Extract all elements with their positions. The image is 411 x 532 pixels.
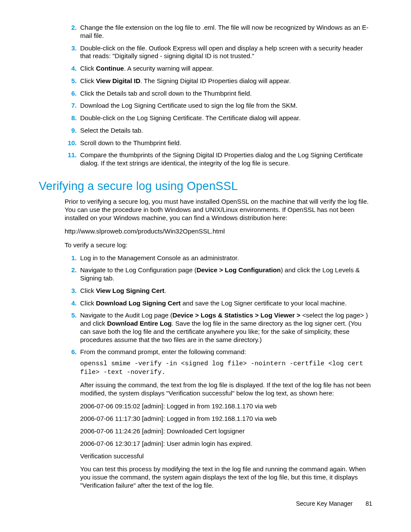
log-line: 2006-07-06 09:15:02 [admin]: Logged in f…: [80, 402, 372, 410]
step-text: Select the Details tab.: [80, 127, 143, 134]
list-item: 7.Download the Log Signing Certificate u…: [65, 102, 372, 110]
openssl-url: http://www.slproweb.com/products/Win32Op…: [65, 227, 372, 235]
step-number: 8.: [65, 114, 77, 122]
list-item: 11.Compare the thumbprints of the Signin…: [65, 151, 372, 168]
step-number: 2.: [65, 266, 77, 274]
step-number: 3.: [65, 44, 77, 53]
step-text: Navigate to the Audit Log page (Device >…: [80, 311, 368, 343]
to-verify-label: To verify a secure log:: [65, 241, 372, 249]
step-number: 1.: [65, 254, 77, 262]
log-line: 2006-07-06 12:30:17 [admin]: User admin …: [80, 439, 372, 448]
list-item: 3.Click View Log Signing Cert.: [65, 287, 372, 295]
list-item: 6.Click the Details tab and scroll down …: [65, 90, 372, 98]
list-item: 2.Change the file extension on the log f…: [65, 24, 372, 40]
step-text: Change the file extension on the log fil…: [80, 24, 368, 39]
step-number: 5.: [65, 311, 77, 320]
list-item: 9.Select the Details tab.: [65, 127, 372, 135]
page-footer: Secure Key Manager81: [296, 500, 372, 507]
step-number: 5.: [65, 77, 77, 85]
list-item: 8.Double-click on the Log Signing Certif…: [65, 114, 372, 122]
step-text: Click View Digital ID. The Signing Digit…: [80, 77, 291, 84]
list-item: 3.Double-click on the file. Outlook Expr…: [65, 44, 372, 61]
steps-list-b: 1.Log in to the Management Console as an…: [65, 254, 372, 489]
step-number: 2.: [65, 24, 77, 32]
step-text: From the command prompt, enter the follo…: [80, 348, 246, 355]
list-item: 6. From the command prompt, enter the fo…: [65, 348, 372, 489]
step-number: 9.: [65, 127, 77, 135]
log-line: Verification successful: [80, 452, 372, 460]
section-heading: Verifying a secure log using OpenSSL: [39, 180, 372, 193]
list-item: 1.Log in to the Management Console as an…: [65, 254, 372, 262]
step-text: Click Continue. A security warning will …: [80, 65, 214, 72]
list-item: 5.Navigate to the Audit Log page (Device…: [65, 311, 372, 344]
log-line: 2006-07-06 11:17:30 [admin]: Logged in f…: [80, 414, 372, 423]
step-number: 4.: [65, 299, 77, 308]
step-number: 6.: [65, 348, 77, 356]
list-item: 10.Scroll down to the Thumbprint field.: [65, 139, 372, 147]
step-text: Double-click on the file. Outlook Expres…: [80, 44, 363, 60]
step-number: 11.: [61, 151, 77, 159]
list-item: 2.Navigate to the Log Configuration page…: [65, 266, 372, 283]
step-number: 10.: [61, 139, 77, 147]
step-text: Navigate to the Log Configuration page (…: [80, 266, 360, 282]
footer-label: Secure Key Manager: [296, 500, 353, 507]
footer-page-number: 81: [365, 500, 372, 507]
steps-list-a: 2.Change the file extension on the log f…: [65, 24, 372, 168]
step-text: Click Download Log Signing Cert and save…: [80, 299, 347, 307]
step-text: Click View Log Signing Cert.: [80, 287, 166, 294]
step-text: Click the Details tab and scroll down to…: [80, 90, 252, 97]
intro-paragraph: Prior to verifying a secure log, you mus…: [65, 197, 372, 222]
log-line: 2006-07-06 11:24:26 [admin]: Downloaded …: [80, 427, 372, 435]
list-item: 5.Click View Digital ID. The Signing Dig…: [65, 77, 372, 85]
command-block: openssl smime -verify -in <signed log fi…: [80, 360, 372, 376]
list-item: 4.Click Continue. A security warning wil…: [65, 65, 372, 73]
closing-paragraph: You can test this process by modifying t…: [80, 465, 372, 490]
step-text: Download the Log Signing Certificate use…: [80, 102, 297, 109]
step-text: Log in to the Management Console as an a…: [80, 254, 239, 261]
step-text: Double-click on the Log Signing Certific…: [80, 114, 301, 121]
step-number: 7.: [65, 102, 77, 110]
step-text: Compare the thumbprints of the Signing D…: [80, 151, 363, 167]
step-number: 4.: [65, 65, 77, 73]
step-number: 6.: [65, 90, 77, 98]
step-text: Scroll down to the Thumbprint field.: [80, 139, 181, 146]
step-number: 3.: [65, 287, 77, 295]
list-item: 4.Click Download Log Signing Cert and sa…: [65, 299, 372, 308]
after-command-text: After issuing the command, the text from…: [80, 381, 372, 397]
